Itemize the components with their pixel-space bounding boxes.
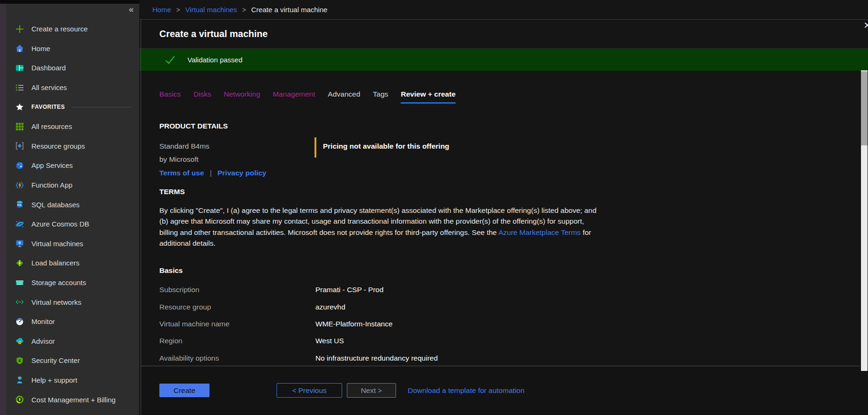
- basics-rows: Subscription Pramati - CSP - Prod Resour…: [159, 281, 835, 367]
- virtual-network-icon: [15, 298, 24, 306]
- row-value: WME-Platform-Instance: [315, 320, 393, 328]
- tab-advanced[interactable]: Advanced: [328, 90, 360, 104]
- terms-section: TERMS By clicking "Create", I (a) agree …: [159, 188, 598, 249]
- sidebar-item-label: App Services: [31, 161, 73, 169]
- tab-management[interactable]: Management: [273, 90, 315, 104]
- cost-management-icon: $: [15, 395, 24, 404]
- sidebar-nav-list: Create a resource Home Dashboard All ser…: [0, 19, 139, 409]
- sidebar-item-create-a-resource[interactable]: Create a resource: [0, 19, 139, 39]
- favorites-divider: [72, 107, 132, 107]
- home-icon: [15, 44, 24, 53]
- svg-text:$: $: [19, 398, 21, 401]
- breadcrumb: Home > Virtual machines > Create a virtu…: [139, 0, 868, 20]
- row-value: Pramati - CSP - Prod: [315, 286, 383, 294]
- product-publisher: by Microsoft: [159, 155, 835, 164]
- tab-networking[interactable]: Networking: [224, 90, 261, 104]
- svg-text:SQL: SQL: [17, 204, 22, 207]
- sidebar-item-label: Create a resource: [31, 25, 88, 33]
- storage-icon: [15, 279, 24, 287]
- sidebar-item-all-resources[interactable]: All resources: [0, 117, 139, 136]
- sidebar-item-label: Dashboard: [31, 64, 66, 72]
- sidebar-item-monitor[interactable]: Monitor: [0, 312, 139, 332]
- validation-status-text: Validation passed: [187, 56, 242, 64]
- row-value: West US: [315, 337, 344, 345]
- sidebar-item-home[interactable]: Home: [0, 39, 139, 59]
- sidebar-item-dashboard[interactable]: Dashboard: [0, 58, 139, 78]
- pricing-note-text: Pricing not available for this offering: [323, 142, 449, 158]
- sidebar-item-label: Function App: [31, 181, 73, 189]
- tab-disks[interactable]: Disks: [194, 90, 211, 104]
- scrollbar-track[interactable]: [861, 70, 868, 371]
- sidebar-item-advisor[interactable]: Advisor: [0, 332, 139, 351]
- close-icon[interactable]: ✕: [863, 20, 868, 31]
- row-label: Resource group: [159, 303, 315, 311]
- privacy-policy-link[interactable]: Privacy policy: [217, 169, 266, 177]
- validation-banner: Validation passed: [139, 49, 868, 71]
- breadcrumb-separator-icon: >: [242, 6, 246, 14]
- tab-tags[interactable]: Tags: [373, 90, 389, 104]
- next-button[interactable]: Next >: [347, 383, 396, 398]
- page-title: Create a virtual machine: [159, 29, 268, 39]
- sidebar-item-sql-databases[interactable]: SQL SQL databases: [0, 195, 139, 214]
- sidebar-item-label: Azure Cosmos DB: [31, 220, 89, 228]
- sidebar-item-help-support[interactable]: Help + support: [0, 370, 139, 390]
- grid-icon: [15, 122, 24, 131]
- panel-divider: [141, 19, 141, 415]
- pricing-note: Pricing not available for this offering: [314, 137, 449, 158]
- checkmark-icon: [165, 54, 176, 66]
- sidebar-item-app-services[interactable]: App Services: [0, 156, 139, 175]
- breadcrumb-virtual-machines-link[interactable]: Virtual machines: [185, 6, 237, 14]
- previous-button[interactable]: < Previous: [277, 383, 342, 398]
- scrollbar-thumb[interactable]: [861, 71, 868, 145]
- sql-database-icon: SQL: [15, 200, 24, 209]
- app-services-icon: [15, 161, 24, 170]
- row-label: Availability options: [159, 354, 315, 362]
- azure-marketplace-terms-link[interactable]: Azure Marketplace Terms: [498, 228, 580, 236]
- main-panel: Home > Virtual machines > Create a virtu…: [139, 0, 868, 415]
- sidebar-item-virtual-networks[interactable]: Virtual networks: [0, 292, 139, 312]
- dashboard-icon: [15, 64, 24, 72]
- sidebar-item-resource-groups[interactable]: Resource groups: [0, 136, 139, 156]
- table-row: Region West US: [159, 332, 835, 349]
- product-details-section: PRODUCT DETAILS Standard B4ms by Microso…: [159, 122, 835, 177]
- resource-group-icon: [15, 142, 24, 150]
- sidebar-item-load-balancers[interactable]: Load balancers: [0, 253, 139, 273]
- sidebar-item-all-services[interactable]: All services: [0, 78, 139, 98]
- sidebar-item-function-app[interactable]: Function App: [0, 175, 139, 195]
- star-icon: [15, 103, 24, 111]
- row-label: Region: [159, 337, 315, 345]
- terms-heading: TERMS: [159, 188, 598, 196]
- sidebar-item-security-center[interactable]: Security Center: [0, 351, 139, 370]
- tab-review-create[interactable]: Review + create: [401, 90, 456, 104]
- basics-heading: Basics: [159, 266, 835, 275]
- sidebar-item-label: All services: [31, 83, 67, 91]
- sidebar-item-label: Storage accounts: [31, 279, 86, 287]
- sidebar-item-label: Monitor: [31, 317, 55, 325]
- sidebar-item-label: Cost Management + Billing: [31, 396, 116, 404]
- terms-of-use-link[interactable]: Terms of use: [159, 169, 204, 177]
- sidebar-item-label: Home: [31, 45, 50, 53]
- download-template-link[interactable]: Download a template for automation: [408, 386, 524, 395]
- sidebar-collapse-icon[interactable]: «: [129, 5, 134, 15]
- create-button[interactable]: Create: [159, 384, 210, 397]
- table-row: Availability options No infrastructure r…: [159, 350, 835, 367]
- link-divider: |: [210, 169, 212, 177]
- sidebar-item-label: SQL databases: [31, 201, 80, 209]
- list-icon: [15, 83, 24, 92]
- tab-basics[interactable]: Basics: [159, 90, 181, 104]
- cosmos-db-icon: [15, 220, 24, 228]
- sidebar-item-virtual-machines[interactable]: Virtual machines: [0, 234, 139, 254]
- row-label: Virtual machine name: [159, 320, 315, 328]
- sidebar-item-label: Help + support: [31, 376, 77, 384]
- product-links: Terms of use | Privacy policy: [159, 169, 835, 177]
- sidebar-item-cost-management-billing[interactable]: $ Cost Management + Billing: [0, 390, 139, 409]
- basics-summary-section: Basics Subscription Pramati - CSP - Prod…: [159, 266, 835, 367]
- breadcrumb-home-link[interactable]: Home: [152, 6, 171, 14]
- sidebar: « Create a resource Home Dashboard All s…: [0, 4, 139, 415]
- blade-header: Create a virtual machine: [139, 20, 868, 49]
- breadcrumb-separator-icon: >: [176, 6, 180, 14]
- help-support-icon: [15, 376, 24, 384]
- sidebar-item-storage-accounts[interactable]: Storage accounts: [0, 273, 139, 293]
- sidebar-item-azure-cosmos-db[interactable]: Azure Cosmos DB: [0, 214, 139, 234]
- sidebar-item-label: Security Center: [31, 356, 80, 364]
